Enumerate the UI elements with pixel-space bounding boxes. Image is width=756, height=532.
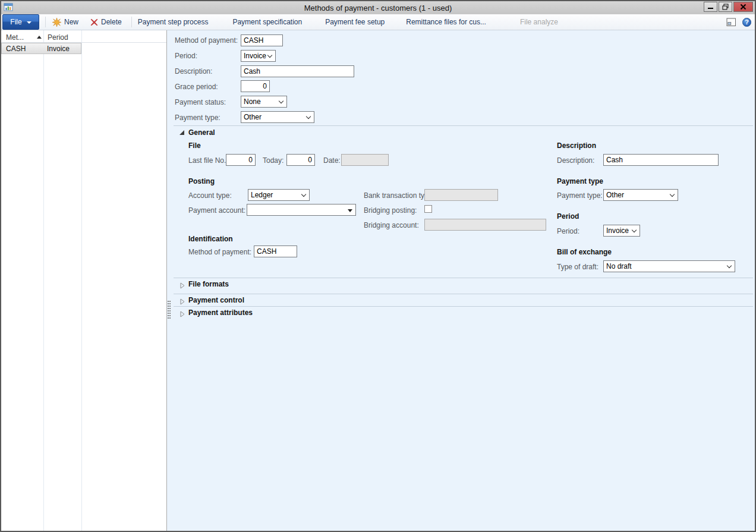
description-input[interactable] bbox=[241, 65, 354, 77]
grid-header: Met... Period bbox=[1, 32, 166, 43]
minimize-button[interactable] bbox=[704, 2, 717, 12]
delete-button-label: Delete bbox=[101, 18, 122, 26]
menu-payment-specification[interactable]: Payment specification bbox=[232, 18, 302, 26]
today-input[interactable] bbox=[286, 154, 315, 166]
general-payment-type-value: Other bbox=[606, 191, 624, 199]
toolbar: File New Delete Payment step process Pay… bbox=[1, 14, 755, 30]
payment-type-select[interactable]: Other bbox=[241, 111, 314, 123]
method-of-payment-label: Method of payment: bbox=[175, 36, 238, 45]
chevron-down-icon bbox=[632, 228, 637, 232]
bridging-posting-label: Bridging posting: bbox=[364, 206, 417, 215]
grid-column-divider bbox=[81, 30, 82, 531]
grace-period-label: Grace period: bbox=[175, 83, 218, 91]
close-button[interactable] bbox=[733, 2, 753, 12]
file-menu-label: File bbox=[10, 18, 21, 26]
section-divider bbox=[174, 125, 753, 126]
grid-row-cash[interactable]: CASH Invoice bbox=[1, 43, 81, 54]
expand-collapse-icon[interactable] bbox=[179, 130, 184, 135]
type-of-draft-label: Type of draft: bbox=[557, 263, 598, 271]
window-controls bbox=[704, 2, 753, 12]
toolbar-separator bbox=[45, 17, 46, 27]
grid-column-period-label: Period bbox=[48, 33, 68, 42]
general-period-select[interactable]: Invoice bbox=[603, 225, 640, 237]
dropdown-triangle-icon bbox=[348, 209, 352, 212]
last-file-no-input[interactable] bbox=[226, 154, 256, 166]
splitter-grip[interactable] bbox=[168, 301, 171, 319]
details-form-panel: Method of payment: Period: Invoice Descr… bbox=[167, 30, 755, 531]
bridging-posting-checkbox[interactable] bbox=[424, 205, 432, 213]
payment-control-section[interactable]: Payment control bbox=[188, 296, 244, 304]
payment-type-label: Payment type: bbox=[175, 114, 220, 122]
date-input bbox=[341, 154, 389, 166]
show-panes-icon[interactable] bbox=[726, 18, 736, 27]
menu-remittance-files[interactable]: Remittance files for cus... bbox=[406, 18, 486, 26]
period-select[interactable]: Invoice bbox=[241, 50, 276, 62]
payment-attributes-section[interactable]: Payment attributes bbox=[188, 309, 253, 317]
chevron-down-icon bbox=[670, 192, 675, 197]
section-divider bbox=[174, 278, 753, 278]
grace-period-input[interactable] bbox=[241, 80, 270, 92]
payment-status-label: Payment status: bbox=[175, 98, 226, 106]
account-type-value: Ledger bbox=[251, 191, 273, 199]
general-period-label: Period: bbox=[557, 227, 579, 235]
account-type-label: Account type: bbox=[188, 191, 232, 200]
menu-payment-step-process[interactable]: Payment step process bbox=[138, 18, 209, 26]
minimize-icon bbox=[708, 8, 713, 9]
menu-payment-fee-setup[interactable]: Payment fee setup bbox=[325, 18, 385, 26]
last-file-no-label: Last file No. bbox=[188, 156, 226, 165]
expand-icon[interactable] bbox=[180, 281, 185, 291]
grid-cell-method: CASH bbox=[6, 45, 26, 53]
bill-of-exchange-group-title: Bill of exchange bbox=[557, 248, 612, 256]
menu-file-analyze: File analyze bbox=[520, 18, 558, 26]
general-section-title[interactable]: General bbox=[188, 128, 215, 137]
content-area: Met... Period CASH Invoice Method of pay… bbox=[1, 30, 755, 531]
date-label: Date: bbox=[323, 156, 341, 165]
posting-group-title: Posting bbox=[188, 177, 215, 185]
section-divider bbox=[174, 306, 753, 307]
section-divider bbox=[174, 294, 753, 294]
delete-button[interactable]: Delete bbox=[90, 18, 122, 26]
help-glyph: ? bbox=[745, 18, 749, 26]
bridging-account-input bbox=[424, 219, 546, 231]
period-value: Invoice bbox=[244, 52, 266, 60]
chevron-down-icon bbox=[306, 114, 311, 119]
type-of-draft-value: No draft bbox=[606, 262, 632, 270]
chevron-down-icon bbox=[267, 53, 272, 58]
general-description-input[interactable] bbox=[603, 154, 719, 166]
new-button-label: New bbox=[64, 18, 78, 26]
grid-cell-period: Invoice bbox=[47, 45, 70, 53]
title-bar: Methods of payment - customers (1 - used… bbox=[1, 1, 755, 14]
new-star-icon bbox=[52, 18, 61, 27]
restore-button[interactable] bbox=[719, 2, 732, 12]
chevron-down-icon bbox=[27, 21, 32, 24]
payment-account-lookup[interactable] bbox=[247, 204, 356, 216]
grid-column-divider bbox=[43, 30, 44, 531]
chevron-down-icon bbox=[279, 99, 284, 103]
identification-method-input[interactable] bbox=[254, 245, 297, 257]
delete-x-icon bbox=[90, 18, 98, 26]
new-button[interactable]: New bbox=[52, 18, 78, 27]
general-description-label: Description: bbox=[557, 156, 594, 165]
payment-type-group-title: Payment type bbox=[557, 177, 603, 185]
sort-ascending-icon bbox=[37, 36, 42, 39]
bank-transaction-type-input bbox=[424, 189, 498, 201]
general-payment-type-label: Payment type: bbox=[557, 191, 603, 200]
payment-account-label: Payment account: bbox=[188, 206, 245, 215]
chevron-down-icon bbox=[301, 192, 306, 197]
help-icon[interactable]: ? bbox=[742, 18, 751, 27]
grid-column-method[interactable]: Met... bbox=[6, 32, 42, 43]
application-window: Methods of payment - customers (1 - used… bbox=[0, 0, 756, 532]
method-of-payment-input[interactable] bbox=[241, 34, 283, 46]
grid-column-method-label: Met... bbox=[6, 33, 24, 42]
restore-icon bbox=[722, 4, 729, 10]
window-title: Methods of payment - customers (1 - used… bbox=[1, 4, 755, 12]
expand-icon[interactable] bbox=[180, 309, 185, 320]
type-of-draft-select[interactable]: No draft bbox=[603, 260, 735, 272]
grid-column-period[interactable]: Period bbox=[48, 32, 68, 43]
file-formats-section[interactable]: File formats bbox=[188, 280, 229, 288]
file-menu-button[interactable]: File bbox=[2, 14, 39, 30]
account-type-select[interactable]: Ledger bbox=[248, 189, 310, 201]
description-group-title: Description bbox=[557, 141, 596, 150]
general-payment-type-select[interactable]: Other bbox=[603, 189, 678, 201]
payment-status-select[interactable]: None bbox=[241, 96, 287, 108]
